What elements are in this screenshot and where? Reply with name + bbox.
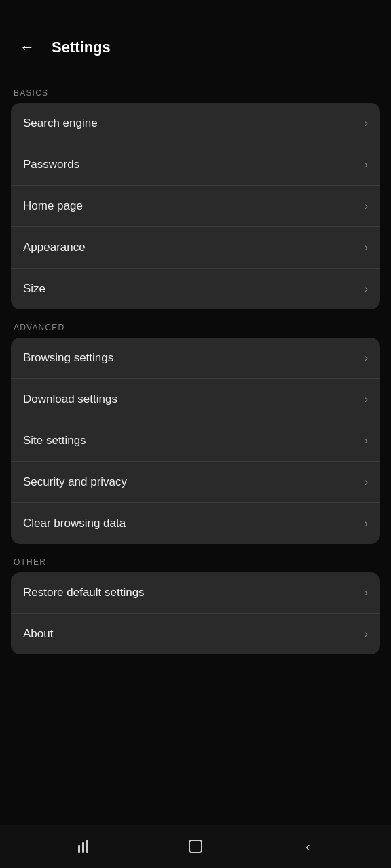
sidebar-item-about[interactable]: About › — [11, 614, 380, 654]
chevron-right-icon: › — [365, 476, 368, 488]
recents-button[interactable] — [67, 830, 100, 863]
basics-section: BASICS — [0, 88, 391, 98]
passwords-label: Passwords — [23, 158, 79, 172]
back-button-nav[interactable]: ‹ — [291, 830, 324, 863]
restore-default-label: Restore default settings — [23, 586, 145, 599]
chevron-right-icon: › — [365, 435, 368, 447]
sidebar-item-appearance[interactable]: Appearance › — [11, 227, 380, 269]
browsing-settings-label: Browsing settings — [23, 351, 113, 365]
advanced-section-label: ADVANCED — [14, 323, 377, 332]
home-page-label: Home page — [23, 199, 83, 213]
advanced-group: Browsing settings › Download settings › … — [11, 338, 380, 544]
sidebar-item-browsing-settings[interactable]: Browsing settings › — [11, 338, 380, 379]
other-section-label: OTHER — [14, 557, 377, 567]
back-nav-icon: ‹ — [305, 839, 310, 854]
sidebar-item-download-settings[interactable]: Download settings › — [11, 379, 380, 420]
back-arrow-icon: ← — [20, 39, 35, 56]
chevron-right-icon: › — [365, 159, 368, 171]
sidebar-item-passwords[interactable]: Passwords › — [11, 144, 380, 186]
chevron-right-icon: › — [365, 117, 368, 130]
search-engine-label: Search engine — [23, 117, 98, 130]
chevron-right-icon: › — [365, 352, 368, 364]
recents-icon — [78, 840, 88, 853]
page-title: Settings — [52, 39, 111, 56]
size-label: Size — [23, 282, 45, 296]
chevron-right-icon: › — [365, 587, 368, 599]
header: ← Settings — [0, 0, 391, 75]
sidebar-item-security-privacy[interactable]: Security and privacy › — [11, 462, 380, 503]
sidebar-item-size[interactable]: Size › — [11, 269, 380, 309]
navigation-bar: ‹ — [0, 825, 391, 868]
back-button[interactable]: ← — [14, 34, 41, 61]
other-section: OTHER — [0, 557, 391, 567]
about-label: About — [23, 627, 53, 641]
sidebar-item-clear-browsing-data[interactable]: Clear browsing data › — [11, 503, 380, 544]
sidebar-item-restore-default[interactable]: Restore default settings › — [11, 572, 380, 614]
sidebar-item-search-engine[interactable]: Search engine › — [11, 103, 380, 144]
advanced-section: ADVANCED — [0, 323, 391, 332]
chevron-right-icon: › — [365, 241, 368, 254]
appearance-label: Appearance — [23, 241, 86, 254]
home-button[interactable] — [179, 830, 212, 863]
chevron-right-icon: › — [365, 628, 368, 640]
clear-browsing-data-label: Clear browsing data — [23, 517, 126, 530]
other-group: Restore default settings › About › — [11, 572, 380, 654]
security-privacy-label: Security and privacy — [23, 475, 127, 489]
chevron-right-icon: › — [365, 393, 368, 406]
home-icon — [189, 840, 202, 853]
sidebar-item-site-settings[interactable]: Site settings › — [11, 420, 380, 462]
chevron-right-icon: › — [365, 283, 368, 295]
site-settings-label: Site settings — [23, 434, 86, 448]
basics-section-label: BASICS — [14, 88, 377, 98]
chevron-right-icon: › — [365, 200, 368, 212]
chevron-right-icon: › — [365, 517, 368, 530]
download-settings-label: Download settings — [23, 393, 117, 406]
sidebar-item-home-page[interactable]: Home page › — [11, 186, 380, 227]
basics-group: Search engine › Passwords › Home page › … — [11, 103, 380, 309]
